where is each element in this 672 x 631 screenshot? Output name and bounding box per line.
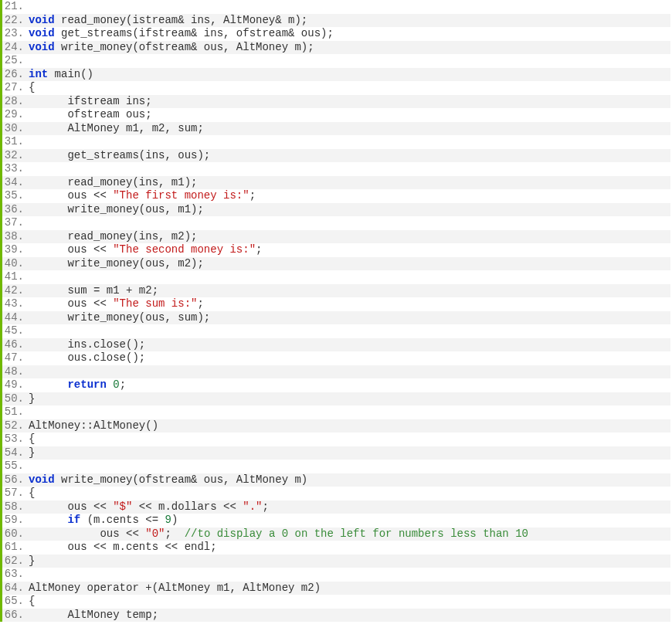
token-plain: write_money(ous, m1); <box>29 203 204 215</box>
line-number: 39. <box>2 243 27 257</box>
code-content: sum = m1 + m2; <box>27 284 158 298</box>
code-line: 30. AltMoney m1, m2, sum; <box>2 122 670 136</box>
token-plain: } <box>29 555 35 567</box>
code-line: 22.void read_money(istream& ins, AltMone… <box>2 14 670 28</box>
code-line: 55. <box>2 460 670 473</box>
code-content: { <box>27 433 35 446</box>
token-plain: } <box>29 392 35 405</box>
token-plain: ous << <box>29 297 113 310</box>
code-line: 59. if (m.cents <= 9) <box>2 514 670 528</box>
code-line: 33. <box>2 162 670 176</box>
code-line: 50.} <box>2 392 670 406</box>
token-num: 9 <box>165 514 171 526</box>
code-content: ous << "$" << m.dollars << "."; <box>27 500 269 514</box>
line-number: 60. <box>2 528 27 541</box>
code-content: ous.close(); <box>27 351 145 365</box>
code-line: 31. <box>2 135 670 149</box>
line-number: 54. <box>2 446 27 460</box>
token-kw: void <box>29 41 61 53</box>
line-number: 37. <box>2 216 27 230</box>
code-content: { <box>27 595 35 609</box>
code-line: 64.AltMoney operator +(AltMoney m1, AltM… <box>2 582 670 595</box>
token-str: "$" <box>113 500 132 513</box>
code-content: ous << "The second money is:"; <box>27 243 262 257</box>
line-number: 36. <box>2 203 27 217</box>
code-content: void write_money(ofstream& ous, AltMoney… <box>27 473 307 487</box>
line-number: 64. <box>2 582 27 595</box>
code-line: 29. ofstream ous; <box>2 108 670 122</box>
token-plain: write_money(ous, sum); <box>29 311 210 324</box>
token-str: "0" <box>145 528 165 540</box>
token-plain: AltMoney m1, m2, sum; <box>29 122 204 134</box>
line-number: 34. <box>2 176 27 190</box>
code-line: 46. ins.close(); <box>2 338 670 352</box>
token-plain: ofstream ous; <box>29 108 152 120</box>
code-line: 40. write_money(ous, m2); <box>2 257 670 271</box>
line-number: 65. <box>2 595 27 609</box>
line-number: 44. <box>2 311 27 325</box>
line-number: 56. <box>2 473 27 487</box>
code-content: } <box>27 392 35 406</box>
code-line: 63. <box>2 568 670 582</box>
code-content: write_money(ous, m2); <box>27 257 204 271</box>
token-plain: ; <box>165 528 184 540</box>
token-plain: ifstream ins; <box>29 95 152 107</box>
token-kw: int <box>29 68 55 80</box>
token-plain: read_money(ins, m1); <box>29 176 197 188</box>
line-number: 24. <box>2 41 27 55</box>
code-content: } <box>27 555 35 568</box>
code-line: 52.AltMoney::AltMoney() <box>2 419 670 433</box>
code-line: 53.{ <box>2 433 670 446</box>
token-plain: sum = m1 + m2; <box>29 284 158 297</box>
code-line: 58. ous << "$" << m.dollars << "."; <box>2 500 670 514</box>
code-content: void get_streams(ifstream& ins, ofstream… <box>27 27 334 41</box>
code-line: 35. ous << "The first money is:"; <box>2 189 670 203</box>
code-line: 47. ous.close(); <box>2 351 670 365</box>
token-plain: write_money(ofstream& ous, AltMoney m) <box>61 473 307 486</box>
token-plain: ) <box>171 514 178 526</box>
line-number: 40. <box>2 257 27 271</box>
code-line: 65.{ <box>2 595 670 609</box>
line-number: 28. <box>2 95 27 109</box>
code-line: 36. write_money(ous, m1); <box>2 203 670 217</box>
line-number: 32. <box>2 149 27 163</box>
token-kw: if <box>67 514 87 526</box>
token-kw: void <box>29 27 61 39</box>
token-plain: { <box>29 433 35 445</box>
token-plain: ous << <box>29 243 113 256</box>
code-content: ifstream ins; <box>27 95 152 109</box>
code-line: 24.void write_money(ofstream& ous, AltMo… <box>2 41 670 55</box>
code-line: 51. <box>2 405 670 419</box>
code-content: } <box>27 446 35 460</box>
line-number: 53. <box>2 433 27 446</box>
line-number: 55. <box>2 460 27 473</box>
token-plain: ; <box>120 378 126 391</box>
code-line: 48. <box>2 365 670 379</box>
line-number: 41. <box>2 270 27 284</box>
token-plain: ; <box>256 243 262 256</box>
code-content: write_money(ous, m1); <box>27 203 204 217</box>
token-num: 0 <box>113 378 119 391</box>
line-number: 62. <box>2 555 27 568</box>
code-line: 60. ous << "0"; //to display a 0 on the … <box>2 528 670 541</box>
code-line: 42. sum = m1 + m2; <box>2 284 670 298</box>
code-line: 57.{ <box>2 487 670 500</box>
line-number: 42. <box>2 284 27 298</box>
token-plain: main() <box>55 68 93 80</box>
token-str: "The sum is:" <box>113 297 197 310</box>
token-plain: ; <box>197 297 203 310</box>
code-line: 45. <box>2 324 670 338</box>
code-content: return 0; <box>27 378 126 392</box>
code-line: 66. AltMoney temp; <box>2 609 670 623</box>
line-number: 27. <box>2 81 27 95</box>
token-kw: void <box>29 14 61 26</box>
code-line: 54.} <box>2 446 670 460</box>
line-number: 52. <box>2 419 27 433</box>
line-number: 43. <box>2 297 27 311</box>
line-number: 45. <box>2 324 27 338</box>
code-line: 38. read_money(ins, m2); <box>2 230 670 244</box>
token-plain: AltMoney temp; <box>29 609 158 621</box>
code-line: 43. ous << "The sum is:"; <box>2 297 670 311</box>
token-str: "." <box>243 500 262 513</box>
token-plain: ins.close(); <box>29 338 145 351</box>
